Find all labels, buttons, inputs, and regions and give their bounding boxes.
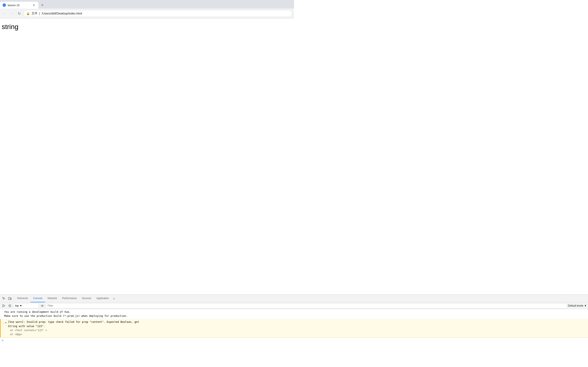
new-tab-button[interactable]: + xyxy=(39,2,45,8)
url-prefix: 文件 xyxy=(32,11,38,15)
url-separator: | xyxy=(39,12,40,15)
tab-close-button[interactable]: ✕ xyxy=(32,3,36,7)
url-bar[interactable]: 🔒 文件 | /Users/dell/Desktop/index.html xyxy=(24,10,292,17)
tab-title: lesson 15 xyxy=(8,4,30,7)
url-path: /Users/dell/Desktop/index.html xyxy=(42,12,82,15)
tab-bar: lesson 15 ✕ + xyxy=(0,0,294,8)
forward-button[interactable]: → xyxy=(9,10,15,17)
secure-icon: 🔒 xyxy=(26,12,30,15)
page-heading: string xyxy=(2,23,18,31)
page-content: string xyxy=(0,19,294,111)
browser-chrome: lesson 15 ✕ + ← → ↻ 🔒 文件 | /Users/dell/D… xyxy=(0,0,294,19)
back-button[interactable]: ← xyxy=(2,10,8,17)
browser-tab[interactable]: lesson 15 ✕ xyxy=(0,2,38,8)
reload-button[interactable]: ↻ xyxy=(16,10,22,17)
address-bar: ← → ↻ 🔒 文件 | /Users/dell/Desktop/index.h… xyxy=(0,8,294,18)
tab-favicon xyxy=(3,3,6,7)
